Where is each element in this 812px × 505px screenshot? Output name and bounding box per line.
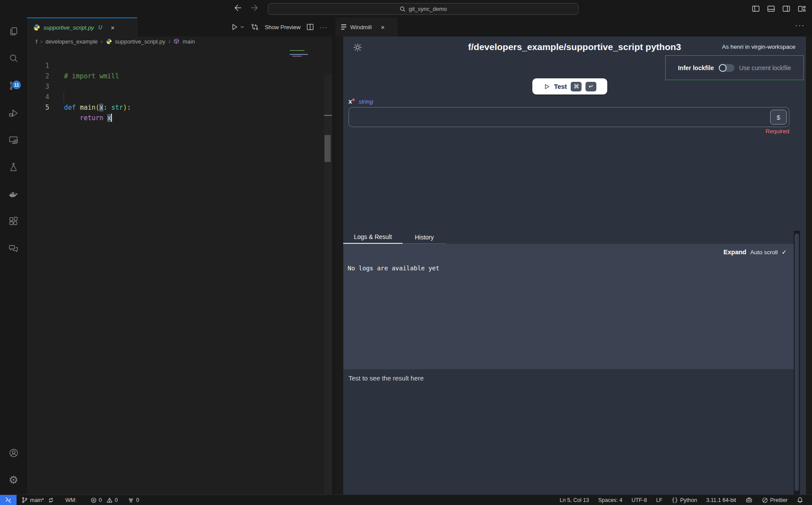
toggle-panel-icon[interactable] [767,4,775,13]
branch-icon [21,497,28,503]
user-workspace-context: As henri in virgin-workspace [722,44,795,50]
text-cursor [111,114,112,122]
scm-badge: 11 [12,81,21,89]
settings-gear-icon[interactable]: ⚙ [0,469,27,491]
extensions-icon[interactable] [0,210,27,232]
activity-bar: 11 ⚙ [0,17,27,495]
cursor-position-status[interactable]: Ln 5, Col 13 [560,497,589,503]
sync-icon [48,497,54,503]
problems-status[interactable]: 0 0 [91,497,118,503]
param-x-highlight: x [99,104,103,111]
status-bar: main* WM: 0 0 0 Ln 5, Col 13 Spaces: 4 U… [0,495,812,505]
editor-scrollbar[interactable] [324,75,332,495]
python-interpreter-status[interactable]: 3.11.1 64-bit [706,497,736,503]
notifications-bell-icon[interactable] [797,497,803,503]
customize-layout-icon[interactable] [797,4,806,13]
tab-label: supportive_script.py [44,24,94,31]
ports-status[interactable]: 0 [128,497,139,503]
tab-windmill[interactable]: Windmill × [335,17,397,37]
check-icon: ✓ [782,249,787,256]
tab-history[interactable]: History [403,231,446,244]
wm-status[interactable]: WM: [65,497,77,503]
symbol-module-icon [173,38,179,44]
windmill-tab-close-icon[interactable]: × [381,24,385,31]
windmill-webview: f/developers_example/supportive_script p… [343,37,806,495]
split-editor-icon[interactable] [306,23,314,31]
indentation-status[interactable]: Spaces: 4 [598,497,623,503]
editor-group-sash[interactable] [332,17,335,495]
required-message: Required [348,128,789,135]
more-actions-icon[interactable]: ··· [320,24,328,30]
show-preview-button[interactable]: Show Preview [265,24,301,30]
run-python-file-button[interactable] [230,23,245,31]
logs-panel: Expand Auto scroll ✓ No logs are availab… [343,244,794,369]
tab-logs-result[interactable]: Logs & Result [343,231,403,244]
search-sidebar-icon[interactable] [0,47,27,69]
compare-changes-icon[interactable] [250,23,259,31]
breadcrumb-separator: › [41,38,43,45]
line-number-active: 5 [27,102,49,113]
git-branch-status[interactable]: main* [21,497,54,503]
result-placeholder: Test to see the result here [348,374,424,382]
broadcast-icon [128,497,134,503]
lockfile-options-box: Infer lockfile Use current lockfile [665,55,804,80]
breadcrumb-folder[interactable]: developers_example [45,38,98,45]
forward-arrow-icon[interactable] [250,3,259,12]
result-tabs: Logs & Result History [343,231,446,244]
overview-ruler-cursor [324,115,332,116]
var-x-highlight: x [107,114,111,122]
code-editor[interactable]: 1 # import wmill 2 3 4 def main(x: str):… [27,46,332,495]
disabled-circle-icon [762,497,768,503]
search-value: git_sync_demo [409,6,447,12]
code-line-return: return x [64,113,112,123]
enter-key-badge: ↵ [585,82,596,91]
arg-name-label: x* [348,98,355,105]
language-mode-status[interactable]: {} Python [672,497,697,503]
source-control-icon[interactable]: 11 [0,75,27,97]
webview-scrollbar-thumb[interactable] [795,233,799,491]
copilot-icon[interactable] [745,496,753,504]
account-icon[interactable] [0,442,27,464]
expand-button[interactable]: Expand [724,249,746,256]
warning-icon [106,497,113,503]
remote-explorer-icon[interactable] [0,129,27,151]
breadcrumb-separator: › [169,38,171,45]
command-center-search[interactable]: git_sync_demo [268,3,579,15]
eol-status[interactable]: LF [656,497,663,503]
arg-x-input[interactable] [348,107,789,127]
test-button[interactable]: Test ⌘ ↵ [532,78,607,94]
use-current-lockfile-label: Use current lockfile [739,64,791,71]
arg-type-label: string [359,98,373,105]
editor-scrollbar-thumb[interactable] [325,135,331,162]
autoscroll-toggle[interactable]: Auto scroll [750,249,778,256]
testing-icon[interactable] [0,156,27,178]
python-file-icon [33,24,40,31]
breadcrumb-root[interactable]: f [36,38,37,45]
more-actions-icon[interactable]: ··· [795,21,805,30]
run-debug-icon[interactable] [0,102,27,124]
lockfile-toggle[interactable] [719,64,734,72]
breadcrumb-separator: › [101,38,103,45]
webview-scrollbar[interactable] [794,231,800,495]
variable-picker-button[interactable]: $ [770,110,787,125]
docker-icon[interactable] [0,183,27,205]
explorer-icon[interactable] [0,20,27,42]
toggle-sidebar-icon[interactable] [751,4,760,13]
comments-icon[interactable] [0,238,27,259]
windmill-group: Windmill × ··· f/developers_example/supp… [335,17,812,495]
breadcrumb-file[interactable]: supportive_script.py [115,38,166,45]
infer-lockfile-label: Infer lockfile [678,64,714,71]
encoding-status[interactable]: UTF-8 [632,497,647,503]
tab-supportive-script[interactable]: supportive_script.py U × [27,17,137,37]
code-line-def: def main(x: str): [64,102,131,113]
toggle-secondary-sidebar-icon[interactable] [782,4,791,13]
back-arrow-icon[interactable] [233,3,242,12]
cmd-key-badge: ⌘ [571,82,582,91]
prettier-status[interactable]: Prettier [762,497,788,503]
tab-close-icon[interactable]: × [111,24,115,31]
breadcrumb-symbol[interactable]: main [183,38,195,45]
braces-icon: {} [672,497,678,503]
vscode-window: git_sync_demo 11 [0,0,812,505]
remote-indicator[interactable] [0,495,17,505]
windmill-tab-label: Windmill [350,24,372,30]
